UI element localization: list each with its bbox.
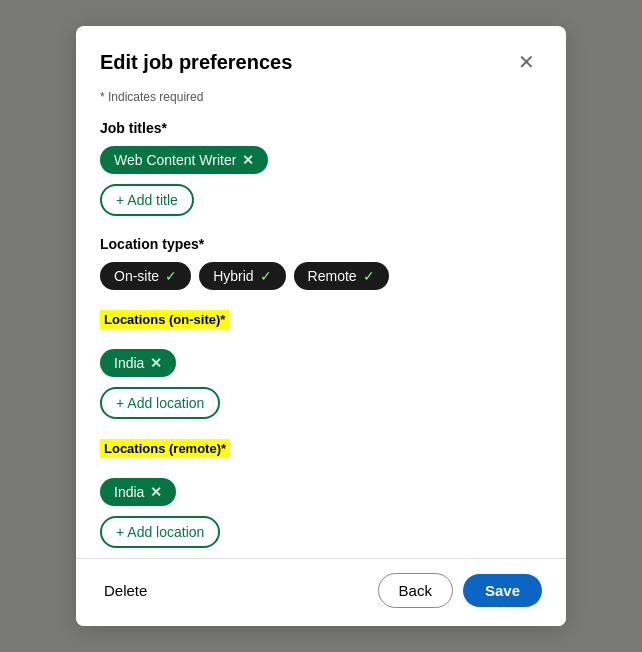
locations-onsite-label: Locations (on-site)* [100, 310, 229, 329]
location-type-hybrid-text: Hybrid [213, 268, 253, 284]
edit-job-preferences-modal: Edit job preferences ✕ * Indicates requi… [76, 26, 566, 626]
job-titles-section: Job titles* Web Content Writer ✕ + Add t… [100, 120, 542, 216]
location-types-label: Location types* [100, 236, 542, 252]
add-onsite-location-row: + Add location [100, 387, 542, 419]
close-icon: ✕ [518, 50, 535, 74]
remote-india-tag: India ✕ [100, 478, 176, 506]
onsite-checkmark: ✓ [165, 268, 177, 284]
locations-onsite-section: Locations (on-site)* India ✕ + Add locat… [100, 310, 542, 419]
add-title-row: + Add title [100, 184, 542, 216]
location-type-hybrid[interactable]: Hybrid ✓ [199, 262, 285, 290]
location-type-onsite[interactable]: On-site ✓ [100, 262, 191, 290]
add-remote-location-button[interactable]: + Add location [100, 516, 220, 548]
job-titles-tag-row: Web Content Writer ✕ [100, 146, 542, 174]
locations-remote-tag-row: India ✕ [100, 478, 542, 506]
required-note: * Indicates required [100, 90, 542, 104]
remote-india-text: India [114, 484, 144, 500]
add-title-button[interactable]: + Add title [100, 184, 194, 216]
modal-title: Edit job preferences [100, 51, 292, 74]
modal-body: * Indicates required Job titles* Web Con… [76, 90, 566, 558]
save-button[interactable]: Save [463, 574, 542, 607]
location-types-tag-row: On-site ✓ Hybrid ✓ Remote ✓ [100, 262, 542, 290]
close-button[interactable]: ✕ [510, 46, 542, 78]
modal-header: Edit job preferences ✕ [76, 26, 566, 90]
job-titles-label: Job titles* [100, 120, 542, 136]
location-type-onsite-text: On-site [114, 268, 159, 284]
remove-onsite-india-button[interactable]: ✕ [150, 355, 162, 371]
locations-onsite-tag-row: India ✕ [100, 349, 542, 377]
location-types-section: Location types* On-site ✓ Hybrid ✓ Remot… [100, 236, 542, 290]
modal-footer: Delete Back Save [76, 558, 566, 626]
locations-remote-label: Locations (remote)* [100, 439, 230, 458]
add-onsite-location-button[interactable]: + Add location [100, 387, 220, 419]
hybrid-checkmark: ✓ [260, 268, 272, 284]
modal-overlay: Edit job preferences ✕ * Indicates requi… [0, 0, 642, 652]
footer-actions: Back Save [378, 573, 542, 608]
locations-remote-section: Locations (remote)* India ✕ + Add locati… [100, 439, 542, 548]
remote-checkmark: ✓ [363, 268, 375, 284]
onsite-india-text: India [114, 355, 144, 371]
delete-button[interactable]: Delete [100, 574, 151, 607]
job-title-tag-web-content-writer: Web Content Writer ✕ [100, 146, 268, 174]
onsite-india-tag: India ✕ [100, 349, 176, 377]
location-type-remote[interactable]: Remote ✓ [294, 262, 389, 290]
job-title-tag-text: Web Content Writer [114, 152, 236, 168]
add-remote-location-row: + Add location [100, 516, 542, 548]
back-button[interactable]: Back [378, 573, 453, 608]
location-type-remote-text: Remote [308, 268, 357, 284]
remove-web-content-writer-button[interactable]: ✕ [242, 152, 254, 168]
remove-remote-india-button[interactable]: ✕ [150, 484, 162, 500]
